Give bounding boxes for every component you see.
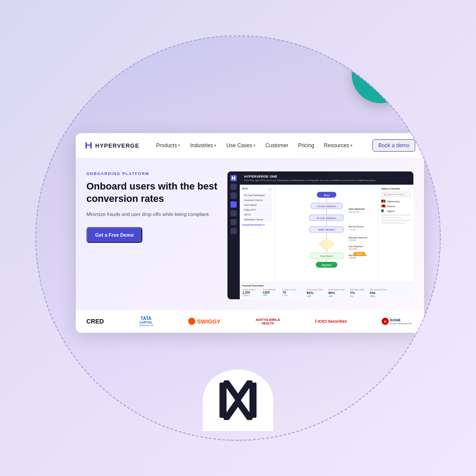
svg-rect-37 bbox=[219, 383, 227, 418]
country-afghanistan: 🇦🇫 Afghanistan bbox=[381, 199, 411, 204]
dashboard-content: KYC ↕ ID Card Verification Liveness Chec… bbox=[240, 185, 413, 282]
svg-text:Review: Review bbox=[356, 253, 363, 255]
sidebar-item-4 bbox=[231, 210, 237, 216]
hero-subtitle: Minimize frauds and user drop-offs while… bbox=[86, 211, 219, 218]
nav-industries[interactable]: Industries ▾ bbox=[186, 141, 220, 150]
navigation-bar: HYPERVERGE Products ▾ Industries ▾ Use C… bbox=[76, 133, 424, 158]
skeleton-3 bbox=[381, 219, 411, 221]
sidebar-item-5 bbox=[231, 219, 237, 225]
teal-letter: d bbox=[372, 59, 389, 90]
kyc-video: Video KYC bbox=[242, 208, 272, 212]
svg-marker-17 bbox=[319, 238, 334, 250]
dashboard-sidebar bbox=[227, 171, 240, 299]
onboarding-time: Onboarding Time 43s -38% bbox=[370, 288, 387, 298]
sidebar-item-6 bbox=[231, 228, 237, 234]
svg-rect-0 bbox=[86, 142, 87, 149]
nav-customer[interactable]: Customer bbox=[262, 141, 292, 150]
country-algeria: 🇩🇿 Algeria bbox=[381, 208, 411, 213]
dashboard-mockup: HYPERVERGE ONE Find the right APIs from … bbox=[227, 171, 413, 299]
svg-rect-5 bbox=[233, 178, 234, 178]
dashboard-title: HYPERVERGE ONE bbox=[244, 175, 376, 178]
svg-text:Auto Rejected: Auto Rejected bbox=[349, 245, 363, 248]
funnel-total: Total Users 1,500 (100%) bbox=[242, 288, 256, 298]
funnel-completed: Completed 1265 +9% bbox=[263, 288, 275, 298]
svg-text:7 (1.6%): 7 (1.6%) bbox=[349, 229, 356, 231]
svg-rect-1 bbox=[90, 142, 92, 149]
nav-logo: HYPERVERGE bbox=[85, 141, 139, 149]
hero-cta-button[interactable]: Get a Free Demo bbox=[86, 227, 142, 243]
logo-swiggy: SWIGGY bbox=[188, 318, 220, 325]
svg-rect-4 bbox=[234, 176, 236, 180]
funnel-rates: Conversion Rate 93% +9% Automation Rate … bbox=[306, 288, 387, 298]
rejection-rate: Rejection Rate 7% 9% bbox=[350, 288, 364, 298]
hv-bottom-svg bbox=[216, 380, 260, 420]
conversion-rate: Conversion Rate 93% +9% bbox=[306, 288, 323, 298]
hyperverge-bottom-icon bbox=[203, 369, 273, 431]
nav-links: Products ▾ Industries ▾ Use Cases ▾ Cust… bbox=[152, 141, 372, 150]
svg-rect-3 bbox=[232, 176, 233, 180]
logo-cred: CRED bbox=[86, 318, 104, 325]
kyc-liveness: Liveness Checks bbox=[242, 198, 272, 202]
outer-circle: d HYPERVERGE Products ▾ Industries ▾ bbox=[35, 35, 441, 441]
kyc-id-verification: ID Card Verification bbox=[242, 193, 272, 197]
logos-strip: CRED TATA CAPITAL Count on us SWIGGY ADI… bbox=[76, 310, 424, 333]
skeleton-1 bbox=[381, 214, 411, 216]
kyc-panel: KYC ↕ ID Card Verification Liveness Chec… bbox=[240, 185, 275, 282]
logo-tata: TATA CAPITAL Count on us bbox=[139, 316, 153, 327]
svg-text:10 (2.4%): 10 (2.4%) bbox=[349, 248, 357, 250]
svg-rect-38 bbox=[249, 383, 257, 418]
funnel-title: Funnel Overview bbox=[242, 284, 411, 287]
svg-line-40 bbox=[238, 383, 249, 399]
country-search: 🔍 Search Countries... bbox=[381, 192, 411, 197]
automation-rate: Automation Rate 90% +9% bbox=[328, 288, 345, 298]
svg-text:Approve: Approve bbox=[322, 264, 332, 266]
hero-left: ONBOARDING PLATFORM Onboard users with t… bbox=[86, 171, 219, 299]
flow-svg: Start Country Selection bbox=[278, 187, 376, 279]
logo-aditya: ADITYA BIRLA HEALTH bbox=[256, 318, 280, 325]
country-panel: Select Country 🔍 Search Countries... 🇦🇫 … bbox=[378, 185, 413, 282]
svg-text:Face Match: Face Match bbox=[320, 255, 333, 257]
skeleton-2 bbox=[381, 217, 402, 219]
sidebar-item-3 bbox=[231, 201, 237, 208]
book-demo-button[interactable]: Book a demo bbox=[372, 139, 415, 152]
logo-kotak: K kotak Kotak Mahindra B... bbox=[382, 318, 413, 325]
kyc-face-match: Face Match bbox=[242, 203, 272, 207]
svg-rect-2 bbox=[87, 145, 90, 146]
svg-text:2 (0.5%): 2 (0.5%) bbox=[349, 239, 356, 242]
nav-pricing[interactable]: Pricing bbox=[294, 141, 318, 150]
logo-icici: 𝒊 ICICI Securities bbox=[315, 319, 347, 324]
dashboard-header: HYPERVERGE ONE Find the right APIs from … bbox=[240, 171, 413, 185]
sidebar-item-2 bbox=[231, 193, 237, 199]
svg-text:1 (0.2%): 1 (0.2%) bbox=[349, 257, 356, 259]
skeleton-4 bbox=[381, 222, 405, 224]
browser-window: HYPERVERGE Products ▾ Industries ▾ Use C… bbox=[76, 133, 424, 333]
hero-title: Onboard users with the best conversion r… bbox=[86, 180, 219, 205]
dashboard-main: HYPERVERGE ONE Find the right APIs from … bbox=[240, 171, 413, 299]
kyc-okyc: OKYC bbox=[242, 212, 272, 217]
svg-text:Manual Review: Manual Review bbox=[349, 225, 364, 228]
funnel-lowercost: Lower Cost 76 5.0% bbox=[283, 288, 296, 298]
nav-logo-text: HYPERVERGE bbox=[95, 142, 139, 149]
svg-text:222 (52.4%): 222 (52.4%) bbox=[349, 211, 360, 213]
svg-text:Start: Start bbox=[324, 194, 330, 197]
nav-resources[interactable]: Resources ▾ bbox=[320, 141, 356, 150]
nav-products[interactable]: Products ▾ bbox=[152, 141, 184, 150]
country-panel-title: Select Country bbox=[381, 187, 411, 190]
teal-d-icon: d bbox=[352, 46, 409, 103]
hero-section: ONBOARDING PLATFORM Onboard users with t… bbox=[76, 158, 424, 310]
sidebar-logo-icon bbox=[232, 176, 235, 180]
kyc-title: KYC bbox=[242, 187, 248, 190]
sidebar-item-1 bbox=[231, 184, 237, 190]
hero-tag: ONBOARDING PLATFORM bbox=[86, 171, 219, 176]
svg-text:Selfie Validation: Selfie Validation bbox=[318, 228, 335, 231]
funnel-section: Funnel Overview Total Users 1,500 (100%)… bbox=[240, 282, 413, 299]
svg-text:Auto Approved: Auto Approved bbox=[349, 208, 364, 210]
kyc-database: Database Checks bbox=[242, 217, 272, 222]
nav-use-cases[interactable]: Use Cases ▾ bbox=[223, 141, 259, 150]
hv-logo-icon bbox=[85, 141, 93, 149]
fraud-prevention-label: Fraud Prevention ▾ bbox=[242, 223, 272, 226]
svg-text:ID Cost Validation: ID Cost Validation bbox=[317, 217, 336, 219]
dashboard-subtitle: Find the right APIs from our integration… bbox=[244, 179, 376, 182]
svg-text:Manually Approved: Manually Approved bbox=[349, 236, 368, 239]
svg-line-42 bbox=[238, 402, 249, 418]
